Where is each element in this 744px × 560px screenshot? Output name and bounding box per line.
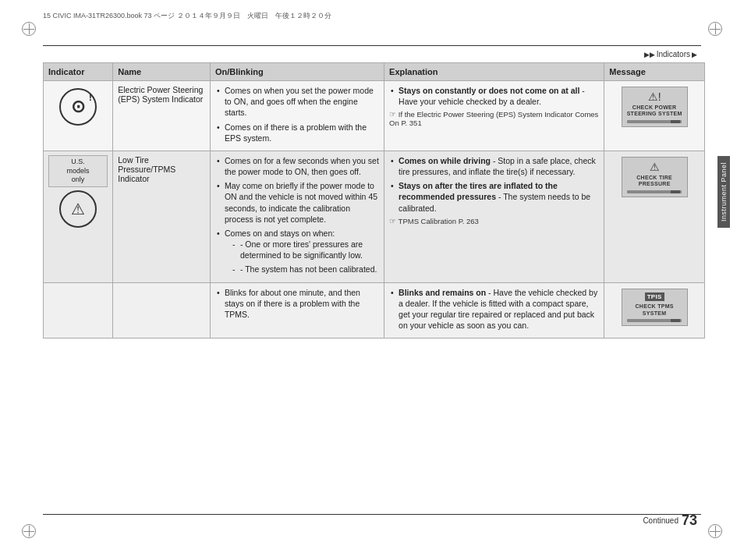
tpms-msg-bar (627, 190, 682, 193)
header-line (43, 45, 701, 46)
list-item: - The system has not been calibrated. (231, 264, 379, 275)
th-indicator: Indicator (44, 63, 113, 81)
us-only-badge: U.S.modelsonly (48, 155, 108, 187)
tpms-msg-text2: PRESSURE (639, 181, 671, 187)
eps-explanation-list: Stays on constantly or does not come on … (389, 85, 599, 107)
main-content: Indicator Name On/Blinking Explanation M… (43, 62, 705, 509)
list-item: May come on briefly if the power mode to… (215, 180, 379, 225)
list-item: Stays on after the tires are inflated to… (389, 180, 599, 214)
table-header-row: Indicator Name On/Blinking Explanation M… (44, 63, 705, 81)
page-header: ▶▶ Indicators ▶ (644, 50, 697, 58)
explanation-cell-tpms-blink: Blinks and remains on - Have the vehicle… (384, 282, 604, 338)
header-label: Indicators (657, 50, 690, 58)
tpms-explanation-list: Comes on while driving - Stop in a safe … (389, 155, 599, 214)
eps-ref: ☞ If the Electric Power Steering (EPS) S… (389, 110, 599, 127)
list-item: Blinks for about one minute, and then st… (215, 287, 379, 321)
list-item: Comes on while driving - Stop in a safe … (389, 155, 599, 177)
list-item: Comes on for a few seconds when you set … (215, 155, 379, 177)
tpms-onblink-3: Comes on and stays on when: (225, 229, 335, 238)
tpms-onblink-list: Comes on for a few seconds when you set … (215, 155, 379, 275)
onblink-cell-eps: Comes on when you set the power mode to … (210, 81, 384, 151)
list-item: Comes on if there is a problem with the … (215, 122, 379, 144)
tpms-blink-msg-bar (627, 319, 682, 322)
sidebar-label: Instrument Panel (717, 156, 730, 228)
eps-icon-symbol: ⊙ (71, 98, 85, 115)
tpms-sublist: - One or more tires' pressures are deter… (225, 239, 379, 275)
tpms-msg-text1: CHECK TIRE (636, 175, 672, 181)
message-cell-eps: ⚠! CHECK POWER STEERING SYSTEM (604, 81, 705, 151)
tpms-ref: ☞ TPMS Calibration P. 263 (389, 217, 599, 225)
page-number: 73 (682, 512, 697, 529)
indicator-cell-tpms-blink (44, 282, 113, 338)
list-item: Stays on constantly or does not come on … (389, 85, 599, 107)
continued-label: Continued (643, 516, 678, 525)
explanation-cell-tpms: Comes on while driving - Stop in a safe … (384, 151, 604, 282)
tpms-ref-text: TPMS Calibration P. 263 (399, 217, 479, 225)
tpms-message-box: ⚠ CHECK TIRE PRESSURE (622, 157, 688, 197)
tpms-blink-onblink-list: Blinks for about one minute, and then st… (215, 287, 379, 321)
list-item: Comes on and stays on when: - One or mor… (215, 228, 379, 275)
eps-icon: ⊙ ! (59, 88, 97, 126)
indicator-table: Indicator Name On/Blinking Explanation M… (43, 62, 705, 338)
table-row-eps: ⊙ ! Electric Power Steering (EPS) System… (44, 81, 705, 151)
th-message: Message (604, 63, 705, 81)
th-onblink: On/Blinking (210, 63, 384, 81)
explanation-cell-eps: Stays on constantly or does not come on … (384, 81, 604, 151)
message-cell-tpms-blink: TPIS CHECK TPMS SYSTEM (604, 282, 705, 338)
crosshair-tl (23, 23, 34, 34)
tpms-blink-exp-bold: Blinks and remains on (399, 288, 486, 297)
eps-msg-text2: STEERING SYSTEM (627, 111, 682, 117)
ref-icon: ☞ (389, 217, 396, 225)
onblink-cell-tpms-blink: Blinks for about one minute, and then st… (210, 282, 384, 338)
list-item: Blinks and remains on - Have the vehicle… (389, 287, 599, 331)
eps-name: Electric Power Steering (EPS) System Ind… (118, 85, 203, 104)
eps-onblink-list: Comes on when you set the power mode to … (215, 85, 379, 144)
header-arrow-left: ▶▶ (644, 51, 655, 58)
tpms-blink-explanation-list: Blinks and remains on - Have the vehicle… (389, 287, 599, 331)
indicator-cell-eps: ⊙ ! (44, 81, 113, 151)
indicator-cell-tpms: U.S.modelsonly ⚠ (44, 151, 113, 282)
crosshair-bl (23, 526, 34, 537)
list-item: Comes on when you set the power mode to … (215, 85, 379, 119)
eps-msg-text1: CHECK POWER (632, 105, 677, 111)
ref-icon: ☞ (389, 110, 396, 119)
onblink-cell-tpms: Comes on for a few seconds when you set … (210, 151, 384, 282)
eps-msg-icon: ⚠! (648, 90, 661, 103)
header-arrow-right: ▶ (692, 51, 697, 58)
eps-message-box: ⚠! CHECK POWER STEERING SYSTEM (622, 87, 688, 127)
crosshair-br (710, 526, 721, 537)
eps-msg-bar (627, 120, 682, 123)
tpms-msg-icon: ⚠ (650, 161, 660, 173)
bottom-line (43, 514, 701, 515)
tpms-exp-bold1: Comes on while driving (399, 156, 491, 165)
th-explanation: Explanation (384, 63, 604, 81)
name-cell-tpms-blink (113, 282, 211, 338)
list-item: - One or more tires' pressures are deter… (231, 239, 379, 261)
table-row-tpms-blink: Blinks for about one minute, and then st… (44, 282, 705, 338)
file-info: 15 CIVIC IMA-31TR26300.book 73 ページ ２０１４年… (43, 11, 331, 21)
tpms-name: Low Tire Pressure/TPMS Indicator (118, 155, 175, 183)
tpms-blink-msg-text: CHECK TPMS SYSTEM (625, 303, 684, 317)
name-cell-eps: Electric Power Steering (EPS) System Ind… (113, 81, 211, 151)
bottom-nav: Continued 73 (643, 512, 697, 529)
crosshair-tr (710, 23, 721, 34)
table-row-tpms: U.S.modelsonly ⚠ Low Tire Pressure/TPMS … (44, 151, 705, 282)
eps-ref-text: If the Electric Power Steering (EPS) Sys… (389, 110, 598, 127)
name-cell-tpms: Low Tire Pressure/TPMS Indicator (113, 151, 211, 282)
tpms-blink-message-box: TPIS CHECK TPMS SYSTEM (622, 289, 688, 326)
eps-exp-bold: Stays on constantly or does not come on … (399, 86, 579, 95)
eps-exclaim: ! (89, 91, 92, 103)
th-name: Name (113, 63, 211, 81)
tpms-blink-badge: TPIS (645, 292, 664, 302)
tpms-icon-symbol: ⚠ (71, 200, 85, 218)
message-cell-tpms: ⚠ CHECK TIRE PRESSURE (604, 151, 705, 282)
tpms-icon: ⚠ (59, 190, 97, 228)
